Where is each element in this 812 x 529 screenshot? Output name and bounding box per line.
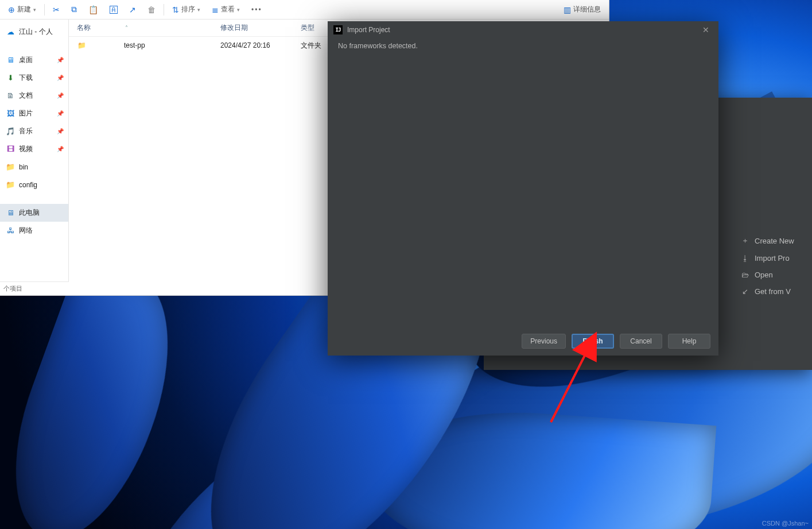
sidebar-item-label: 下载 — [19, 73, 53, 83]
sidebar-item-desktop[interactable]: 🖥桌面📌 — [0, 51, 68, 69]
dialog-footer: Previous Finish Cancel Help — [328, 327, 718, 356]
sidebar-item-video[interactable]: 🎞视频📌 — [0, 140, 68, 158]
pin-icon: 📌 — [57, 128, 64, 134]
dialog-title: Import Project — [347, 26, 390, 34]
music-icon: 🎵 — [6, 127, 15, 136]
more-icon: ••• — [251, 6, 262, 14]
explorer-statusbar: 个项目 — [0, 281, 69, 295]
sidebar-section-label: 江山 - 个人 — [19, 27, 64, 37]
sidebar-item-label: 图片 — [19, 109, 53, 118]
create-label: Create New — [755, 237, 794, 245]
delete-button[interactable]: 🗑 — [142, 0, 161, 19]
rename-button[interactable]: 🄰 — [104, 0, 123, 19]
import-project-dialog: IJ Import Project ✕ No frameworks detect… — [328, 21, 718, 356]
cut-button[interactable]: ✂ — [47, 0, 65, 19]
sidebar-item-label: 桌面 — [19, 55, 53, 65]
create-new-project[interactable]: ＋Create New — [741, 235, 794, 246]
pin-icon: 📌 — [57, 57, 64, 63]
cut-icon: ✂ — [53, 5, 60, 14]
chevron-down-icon: ▾ — [33, 7, 36, 13]
copy-button[interactable]: ⧉ — [65, 0, 83, 19]
view-icon: ≣ — [212, 5, 219, 14]
close-icon[interactable]: ✕ — [699, 24, 713, 36]
document-icon: 🗎 — [6, 91, 15, 100]
open-label: Open — [755, 271, 773, 279]
previous-button[interactable]: Previous — [522, 334, 566, 349]
desktop-icon: 🖥 — [6, 56, 15, 64]
chevron-down-icon: ▾ — [237, 7, 240, 13]
plus-circle-icon: ⊕ — [8, 5, 15, 14]
folder-open-icon: 🗁 — [741, 271, 749, 279]
new-button[interactable]: ⊕ 新建 ▾ — [2, 0, 42, 19]
sidebar-item-download[interactable]: ⬇下载📌 — [0, 69, 68, 87]
vcs-icon: ↙ — [741, 287, 749, 296]
pin-icon: 📌 — [57, 92, 64, 99]
column-date-label: 修改日期 — [220, 24, 248, 32]
cloud-icon: ☁ — [6, 28, 15, 36]
share-button[interactable]: ↗ — [123, 0, 142, 19]
plus-icon: ＋ — [741, 235, 749, 246]
column-name[interactable]: 名称 ˄ — [69, 23, 212, 33]
help-button[interactable]: Help — [668, 334, 710, 349]
sidebar-item-label: 音乐 — [19, 126, 53, 136]
file-name: test-pp — [124, 41, 145, 49]
watermark-text: CSDN @Jshan~ — [762, 520, 809, 527]
dialog-body: No frameworks detected. — [328, 38, 718, 327]
toolbar-separator — [44, 4, 45, 16]
sidebar-item-label: config — [19, 181, 64, 189]
details-pane-button[interactable]: ▥ 详细信息 — [558, 0, 607, 19]
details-pane-icon: ▥ — [564, 5, 571, 14]
file-date: 2024/4/27 20:16 — [212, 41, 293, 49]
sidebar-onedrive-header[interactable]: ☁ 江山 - 个人 — [0, 23, 68, 41]
dialog-titlebar: IJ Import Project ✕ — [328, 21, 718, 38]
column-type-label: 类型 — [301, 24, 314, 32]
sidebar-item-folder[interactable]: 📁config — [0, 176, 68, 194]
trash-icon: 🗑 — [147, 5, 156, 14]
folder-icon: 📁 — [6, 163, 15, 171]
toolbar-separator — [164, 4, 164, 16]
copy-icon: ⧉ — [71, 5, 77, 14]
sidebar-item-music[interactable]: 🎵音乐📌 — [0, 122, 68, 140]
sort-button-label: 排序 — [181, 5, 195, 14]
sort-button[interactable]: ⇅ 排序 ▾ — [166, 0, 206, 19]
network-icon: 🖧 — [6, 226, 15, 235]
pin-icon: 📌 — [57, 75, 64, 81]
vcs-label: Get from V — [755, 287, 791, 296]
picture-icon: 🖼 — [6, 109, 15, 118]
view-button[interactable]: ≣ 查看 ▾ — [206, 0, 246, 19]
sidebar-item-document[interactable]: 🗎文档📌 — [0, 87, 68, 105]
pin-icon: 📌 — [57, 146, 64, 152]
more-button[interactable]: ••• — [246, 0, 268, 19]
rename-icon: 🄰 — [110, 5, 118, 14]
sidebar-this-pc[interactable]: 🖥 此电脑 — [0, 204, 68, 222]
pin-icon: 📌 — [57, 110, 64, 117]
column-date[interactable]: 修改日期 — [212, 23, 293, 33]
get-from-vcs[interactable]: ↙Get from V — [741, 287, 791, 296]
sidebar-network[interactable]: 🖧 网络 — [0, 222, 68, 240]
sort-icon: ⇅ — [172, 5, 179, 14]
cancel-button[interactable]: Cancel — [620, 334, 662, 349]
download-icon: ⬇ — [6, 74, 15, 82]
explorer-sidebar: ☁ 江山 - 个人 🖥桌面📌⬇下载📌🗎文档📌🖼图片📌🎵音乐📌🎞视频📌📁bin📁c… — [0, 20, 69, 295]
item-count-label: 个项目 — [3, 284, 22, 293]
network-label: 网络 — [19, 226, 64, 235]
open-project[interactable]: 🗁Open — [741, 271, 773, 279]
chevron-down-icon: ▾ — [197, 7, 200, 13]
import-project[interactable]: ⭳Import Pro — [741, 254, 790, 262]
folder-icon: 📁 — [6, 180, 15, 189]
paste-button[interactable]: 📋 — [83, 0, 104, 19]
import-icon: ⭳ — [741, 254, 749, 262]
sidebar-item-picture[interactable]: 🖼图片📌 — [0, 105, 68, 122]
sidebar-item-label: 视频 — [19, 144, 53, 154]
sidebar-item-folder[interactable]: 📁bin — [0, 158, 68, 176]
finish-button[interactable]: Finish — [572, 334, 614, 349]
sidebar-item-label: bin — [19, 163, 64, 171]
view-button-label: 查看 — [221, 5, 235, 14]
sort-asc-icon: ˄ — [125, 25, 128, 31]
paste-icon: 📋 — [88, 5, 98, 14]
monitor-icon: 🖥 — [6, 208, 15, 217]
intellij-small-icon: IJ — [333, 25, 343, 34]
new-button-label: 新建 — [17, 5, 31, 14]
share-icon: ↗ — [129, 5, 136, 14]
import-label: Import Pro — [755, 254, 790, 262]
